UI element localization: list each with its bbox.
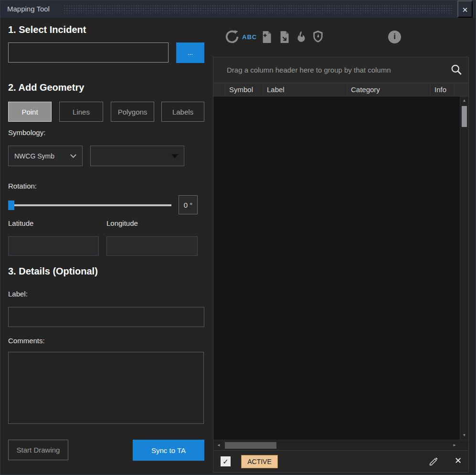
geometry-point-button[interactable]: Point: [8, 102, 52, 122]
latitude-input[interactable]: [8, 236, 99, 256]
geometry-lines-button[interactable]: Lines: [59, 102, 103, 122]
titlebar: Mapping Tool ✕: [0, 0, 476, 18]
horizontal-scroll-track[interactable]: [224, 440, 449, 450]
shield-icon: [312, 30, 324, 43]
active-checkbox[interactable]: ✓: [221, 456, 231, 466]
longitude-input[interactable]: [106, 236, 198, 256]
sync-to-ta-button[interactable]: Sync to TA: [133, 440, 204, 461]
edit-button[interactable]: [428, 456, 439, 469]
step3-heading: 3. Details (Optional): [8, 266, 98, 277]
refresh-button[interactable]: [225, 30, 239, 44]
scroll-left-icon[interactable]: ◄: [213, 440, 224, 450]
scroll-down-icon[interactable]: ▼: [460, 431, 468, 440]
label-field-label: Label:: [8, 290, 28, 298]
grid-body-wrap: ▲ ▼: [213, 96, 468, 440]
info-icon: i: [388, 31, 401, 43]
comments-input[interactable]: [8, 352, 204, 424]
scroll-right-icon[interactable]: ►: [449, 440, 460, 450]
column-header-filler: [455, 83, 468, 96]
column-header-info[interactable]: Info: [431, 83, 455, 96]
symbology-set-value: NWCG Symb: [14, 152, 54, 160]
longitude-label: Longitude: [106, 219, 138, 227]
delete-button[interactable]: ✕: [455, 455, 462, 466]
mapping-tool-window: Mapping Tool ✕ 1. Select Incident ... 2.…: [0, 0, 476, 475]
window-title: Mapping Tool: [7, 0, 50, 18]
flame-button[interactable]: [295, 30, 307, 44]
horizontal-scrollbar[interactable]: ◄ ►: [213, 440, 468, 450]
scroll-up-icon[interactable]: ▲: [460, 96, 468, 105]
group-by-panel[interactable]: Drag a column header here to group by th…: [213, 57, 468, 83]
new-document-button[interactable]: [260, 30, 273, 44]
incident-input[interactable]: [8, 42, 169, 63]
abc-spellcheck-icon: ABC: [242, 33, 257, 41]
rotation-value-box[interactable]: 0 °: [179, 195, 198, 214]
rotation-slider-track[interactable]: [8, 204, 171, 206]
rotation-label: Rotation:: [8, 182, 37, 190]
horizontal-scroll-thumb[interactable]: [225, 442, 276, 449]
new-document-icon: [260, 30, 273, 44]
group-by-hint: Drag a column header here to group by th…: [227, 66, 391, 74]
refresh-icon: [225, 30, 239, 44]
symbol-dropdown[interactable]: [90, 146, 184, 166]
label-input[interactable]: [8, 307, 204, 327]
flame-icon: [295, 30, 307, 44]
rotation-slider-thumb[interactable]: [8, 201, 14, 210]
start-drawing-button[interactable]: Start Drawing: [8, 440, 68, 460]
browse-incident-button[interactable]: ...: [176, 42, 204, 63]
geometry-polygons-button[interactable]: Polygons: [111, 102, 154, 122]
column-header-symbol[interactable]: Symbol: [225, 83, 263, 96]
info-button[interactable]: i: [388, 31, 401, 43]
window-close-button[interactable]: ✕: [457, 0, 473, 18]
scrollbar-corner: [460, 440, 468, 450]
left-panel: 1. Select Incident ... 2. Add Geometry P…: [0, 18, 212, 475]
grid-toolbar: ABC: [212, 18, 476, 56]
grid-body: [213, 96, 460, 440]
features-grid: Drag a column header here to group by th…: [213, 57, 469, 451]
document-icon: [278, 30, 291, 44]
rotation-slider[interactable]: [8, 200, 171, 211]
right-panel: ABC: [212, 18, 476, 475]
shield-button[interactable]: [312, 30, 324, 43]
grid-header-row: Symbol Label Category Info: [213, 83, 468, 96]
status-row: ✓ ACTIVE ✕: [213, 451, 469, 473]
step1-heading: 1. Select Incident: [8, 24, 86, 35]
dropdown-triangle-icon: [171, 154, 178, 158]
row-indicator-header: [213, 83, 225, 96]
active-status-cell[interactable]: ACTIVE: [241, 455, 278, 468]
step2-heading: 2. Add Geometry: [8, 82, 84, 93]
search-icon: [450, 63, 463, 76]
latitude-label: Latitude: [8, 219, 33, 227]
vertical-scroll-thumb[interactable]: [462, 106, 467, 127]
search-button[interactable]: [450, 63, 463, 77]
column-header-label[interactable]: Label: [263, 83, 347, 96]
spellcheck-button[interactable]: ABC: [242, 33, 257, 41]
titlebar-grip[interactable]: [63, 5, 452, 13]
vertical-scrollbar[interactable]: ▲ ▼: [460, 96, 468, 440]
column-header-category[interactable]: Category: [347, 83, 431, 96]
document-button[interactable]: [278, 30, 291, 44]
check-icon: ✓: [222, 457, 229, 466]
comments-field-label: Comments:: [8, 337, 45, 345]
symbology-label: Symbology:: [8, 128, 45, 137]
pencil-icon: [428, 456, 439, 467]
chevron-down-icon: [70, 152, 76, 158]
geometry-labels-button[interactable]: Labels: [161, 102, 204, 122]
symbology-set-dropdown[interactable]: NWCG Symb: [8, 146, 83, 166]
